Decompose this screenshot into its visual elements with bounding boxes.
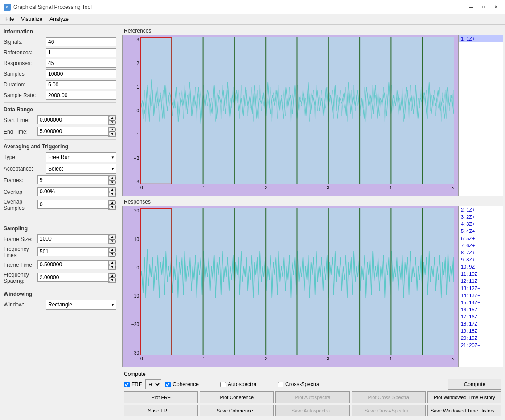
autospectra-checkbox[interactable] — [220, 382, 226, 387]
end-time-input[interactable]: ▲ ▼ — [37, 127, 116, 137]
frame-time-input[interactable]: ▲ ▼ — [37, 260, 116, 270]
overlap-samples-up[interactable]: ▲ — [109, 200, 116, 205]
references-row: References: 1 — [4, 48, 116, 57]
type-select[interactable]: Free Run Triggered Continuous — [46, 152, 116, 162]
compute-button[interactable]: Compute — [448, 379, 501, 390]
resp-signal-17[interactable]: 17: 16Z+ — [459, 313, 503, 320]
resp-signal-15[interactable]: 15: 14Z+ — [459, 299, 503, 306]
ref-signal-1[interactable]: 1: 1Z+ — [459, 35, 503, 42]
save-windowed-button[interactable]: Save Windowed Time History... — [427, 405, 501, 416]
menu-visualize[interactable]: Visualize — [17, 15, 46, 24]
resp-signal-8[interactable]: 8: 7Z+ — [459, 249, 503, 256]
coherence-label: Coherence — [172, 381, 199, 387]
resp-signal-6[interactable]: 6: 5Z+ — [459, 235, 503, 242]
plot-windowed-button[interactable]: Plot Windowed Time History — [427, 391, 501, 403]
freq-lines-field[interactable] — [37, 247, 108, 256]
plot-cross-spectra-button[interactable]: Plot Cross-Spectra — [352, 391, 426, 403]
resp-signal-2[interactable]: 2: 1Z+ — [459, 206, 503, 213]
end-time-down[interactable]: ▼ — [109, 132, 116, 136]
freq-lines-down[interactable]: ▼ — [109, 252, 116, 257]
end-time-field[interactable] — [37, 127, 108, 136]
type-select-wrapper[interactable]: Free Run Triggered Continuous — [46, 152, 116, 162]
resp-signal-3[interactable]: 3: 2Z+ — [459, 213, 503, 220]
freq-lines-input[interactable]: ▲ ▼ — [37, 247, 116, 257]
response-signal-list[interactable]: 2: 1Z+ 3: 2Z+ 4: 3Z+ 5: 4Z+ 6: 5Z+ 7: 6Z… — [459, 206, 503, 367]
frames-down[interactable]: ▼ — [109, 180, 116, 185]
frame-size-down[interactable]: ▼ — [109, 239, 116, 244]
maximize-button[interactable]: □ — [478, 3, 489, 12]
freq-spacing-up[interactable]: ▲ — [109, 273, 116, 278]
frame-time-up[interactable]: ▲ — [109, 261, 116, 265]
minimize-button[interactable]: — — [466, 3, 476, 12]
overlap-samples-field[interactable] — [37, 200, 108, 209]
frame-time-down[interactable]: ▼ — [109, 265, 116, 269]
resp-signal-16[interactable]: 16: 15Z+ — [459, 306, 503, 313]
menu-analyze[interactable]: Analyze — [46, 15, 72, 24]
save-frf-button[interactable]: Save FRF... — [124, 405, 198, 416]
frames-input[interactable]: ▲ ▼ — [37, 175, 116, 185]
resp-signal-19[interactable]: 19: 18Z+ — [459, 327, 503, 334]
resp-signal-10[interactable]: 10: 9Z+ — [459, 263, 503, 270]
plot-frf-button[interactable]: Plot FRF — [124, 391, 198, 403]
resp-y-n30: −30 — [131, 351, 139, 355]
resp-signal-13[interactable]: 13: 12Z+ — [459, 285, 503, 292]
overlap-up[interactable]: ▲ — [109, 188, 116, 192]
freq-spacing-field[interactable] — [37, 273, 108, 282]
menu-file[interactable]: File — [2, 15, 17, 24]
overlap-samples-input[interactable]: ▲ ▼ — [37, 200, 116, 210]
overlap-input[interactable]: ▲ ▼ — [37, 187, 116, 197]
start-time-down[interactable]: ▼ — [109, 120, 116, 125]
plot-coherence-button[interactable]: Plot Coherence — [200, 391, 274, 403]
frame-size-input[interactable]: ▲ ▼ — [37, 234, 116, 244]
resp-signal-7[interactable]: 7: 6Z+ — [459, 242, 503, 249]
frames-up[interactable]: ▲ — [109, 176, 116, 180]
resp-signal-11[interactable]: 11: 10Z+ — [459, 270, 503, 277]
resp-signal-9[interactable]: 9: 8Z+ — [459, 256, 503, 263]
resp-signal-20[interactable]: 20: 19Z+ — [459, 334, 503, 342]
frames-field[interactable] — [37, 175, 108, 184]
acceptance-select[interactable]: Select All Manual — [46, 164, 116, 174]
start-time-up[interactable]: ▲ — [109, 116, 116, 120]
resp-signal-21[interactable]: 21: 20Z+ — [459, 342, 503, 349]
window-select[interactable]: Rectangle Hanning Hamming Blackman — [46, 300, 116, 310]
resp-y-n20: −20 — [131, 322, 139, 327]
coherence-checkbox-label[interactable]: Coherence — [165, 381, 199, 387]
freq-spacing-down[interactable]: ▼ — [109, 278, 116, 282]
resp-signal-5[interactable]: 5: 4Z+ — [459, 228, 503, 235]
start-time-input[interactable]: ▲ ▼ — [37, 115, 116, 125]
resp-signal-14[interactable]: 14: 13Z+ — [459, 292, 503, 299]
resp-signal-18[interactable]: 18: 17Z+ — [459, 320, 503, 327]
freq-spacing-input[interactable]: ▲ ▼ — [37, 273, 116, 283]
overlap-field[interactable] — [37, 187, 108, 196]
close-button[interactable]: ✕ — [491, 3, 501, 12]
acceptance-select-wrapper[interactable]: Select All Manual — [46, 164, 116, 174]
frf-checkbox-label[interactable]: FRF — [124, 381, 142, 387]
save-cross-spectra-button[interactable]: Save Cross-Spectra... — [352, 405, 426, 416]
charts-area: References 3 2 1 0 −1 −2 −3 — [120, 25, 505, 369]
coherence-checkbox[interactable] — [165, 382, 171, 387]
start-time-field[interactable] — [37, 115, 108, 124]
frame-size-up[interactable]: ▲ — [109, 235, 116, 239]
resp-signal-4[interactable]: 4: 3Z+ — [459, 220, 503, 228]
save-autospectra-button[interactable]: Save Autospectra... — [275, 405, 349, 416]
cross-spectra-checkbox[interactable] — [278, 382, 283, 387]
frame-time-field[interactable] — [37, 260, 108, 269]
overlap-down[interactable]: ▼ — [109, 192, 116, 196]
window-select-wrapper[interactable]: Rectangle Hanning Hamming Blackman — [46, 300, 116, 310]
reference-signal-list[interactable]: 1: 1Z+ — [459, 35, 503, 196]
overlap-samples-spinners: ▲ ▼ — [108, 200, 116, 210]
h1-select[interactable]: H1 H2 Hv — [145, 379, 161, 389]
frf-checkbox[interactable] — [124, 382, 130, 387]
compute-options-row: FRF H1 H2 Hv Coherence Autospectra — [124, 379, 501, 390]
app-icon-symbol: ≈ — [6, 4, 8, 9]
resp-y-10: 10 — [134, 237, 139, 242]
autospectra-checkbox-label[interactable]: Autospectra — [220, 381, 256, 387]
end-time-up[interactable]: ▲ — [109, 127, 116, 132]
save-coherence-button[interactable]: Save Coherence... — [200, 405, 274, 416]
frame-size-field[interactable] — [37, 234, 108, 243]
plot-autospectra-button[interactable]: Plot Autospectra — [275, 391, 349, 403]
cross-spectra-checkbox-label[interactable]: Cross-Spectra — [278, 381, 320, 387]
freq-lines-up[interactable]: ▲ — [109, 248, 116, 252]
overlap-samples-down[interactable]: ▼ — [109, 205, 116, 209]
resp-signal-12[interactable]: 12: 11Z+ — [459, 277, 503, 285]
